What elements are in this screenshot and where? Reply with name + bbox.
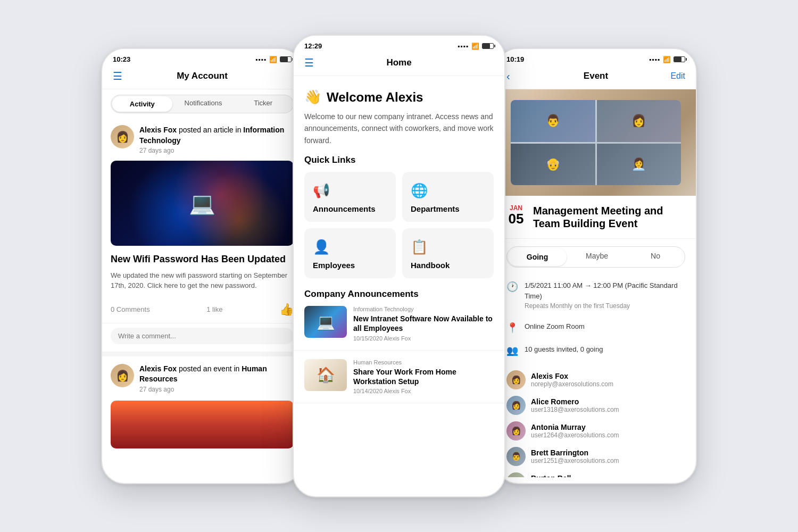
announcement-1[interactable]: 💻 Information Technology New Intranet So… [294, 306, 504, 350]
comment-input[interactable] [111, 328, 294, 344]
announcement-meta-1: 10/15/2020 Alexis Fox [353, 335, 494, 342]
event-datetime-text: 1/5/2021 11:00 AM → 12:00 PM (Pacific St… [525, 280, 685, 301]
article-image-inner: 💻 [111, 161, 294, 246]
activity-main-1: Alexis Fox posted an article in Informat… [139, 125, 294, 146]
right-wifi-icon: 📶 [663, 56, 671, 63]
left-scroll: ☰ My Account Activity Notifications Tick… [102, 66, 302, 477]
guest-email-3: user1251@axerosolutions.com [531, 457, 619, 464]
guest-avatar-1: 👩 [506, 396, 526, 415]
center-status-bar: 12:29 ▪▪▪▪ 📶 [294, 36, 504, 53]
post-body: We updated the new wifi password startin… [111, 270, 294, 291]
welcome-section: 👋 Welcome Alexis Welcome to our new comp… [294, 76, 504, 155]
post-content: New Wifi Password Has Been Updated We up… [102, 246, 302, 298]
center-menu-icon[interactable]: ☰ [304, 56, 314, 69]
event-guests-summary-row: 👥 10 guests invited, 0 going [496, 339, 696, 362]
employees-icon: 👤 [313, 239, 330, 255]
tab-ticker[interactable]: Ticker [233, 95, 293, 113]
announcements-icon: 📢 [313, 182, 330, 199]
event-info: JAN 05 Management Meeting and Team Build… [496, 196, 696, 239]
phones-container: 10:23 ▪▪▪▪ 📶 ☰ My Account Activity Notif… [90, 35, 708, 497]
guests-section: 👩 Alexis Fox noreply@axerosolutions.com … [496, 362, 696, 477]
tab-activity[interactable]: Activity [112, 96, 172, 112]
event-recurrence: Repeats Monthly on the first Tuesday [525, 301, 685, 311]
announcement-thumb-icon-1: 💻 [317, 313, 335, 331]
right-status-bar: 10:19 ▪▪▪▪ 📶 [496, 49, 696, 66]
meeting-tile-3: 👴 [511, 144, 595, 186]
activity-main-2: Alexis Fox posted an event in Human Reso… [139, 364, 294, 385]
quick-link-departments[interactable]: 🌐 Departments [402, 172, 494, 222]
activity-item-1: 👩 Alexis Fox posted an article in Inform… [102, 119, 302, 161]
guest-name-3: Brett Barrington [531, 448, 619, 457]
guests-icon: 👥 [506, 345, 518, 356]
left-status-bar: 10:23 ▪▪▪▪ 📶 [102, 49, 302, 66]
activity-time-2: 27 days ago [139, 386, 294, 393]
avatar-img-2: 👩 [111, 364, 134, 387]
post-title: New Wifi Password Has Been Updated [111, 253, 294, 265]
center-signal-icon: ▪▪▪▪ [458, 43, 469, 50]
left-time: 10:23 [113, 55, 130, 63]
guest-email-0: noreply@axerosolutions.com [531, 380, 613, 388]
wave-emoji: 👋 [304, 89, 321, 105]
battery-icon [280, 56, 292, 62]
guest-info-0: Alexis Fox noreply@axerosolutions.com [531, 372, 613, 388]
announcement-thumb-2: 🏠 [304, 359, 347, 391]
right-signal-icon: ▪▪▪▪ [649, 56, 660, 63]
announcement-content-2: Human Resources Share Your Work From Hom… [353, 359, 494, 394]
signal-icon: ▪▪▪▪ [255, 56, 267, 63]
meeting-tile-4: 👩‍💼 [597, 144, 681, 186]
avatar-alexis-1: 👩 [111, 125, 134, 148]
guest-name-2: Antonia Murray [531, 423, 619, 431]
announcement-meta-2: 10/14/2020 Alexis Fox [353, 388, 494, 394]
announcement-title-1: New Intranet Software Now Available to a… [353, 314, 494, 333]
rsvp-going[interactable]: Going [508, 248, 567, 266]
meeting-grid: 👨 👩 👴 👩‍💼 [511, 100, 681, 185]
avatar-alexis-2: 👩 [111, 364, 134, 387]
event-datetime: 1/5/2021 11:00 AM → 12:00 PM (Pacific St… [525, 280, 685, 311]
quick-link-announcements[interactable]: 📢 Announcements [304, 172, 396, 222]
announcement-content-1: Information Technology New Intranet Soft… [353, 306, 494, 341]
guest-row-4: 👨 Burton Bell user1295@axerosolutions.co… [506, 469, 685, 477]
quick-link-employees[interactable]: 👤 Employees [304, 228, 396, 278]
right-scroll: ‹ Event Edit 👨 👩 👴 👩‍💼 JAN [496, 66, 696, 477]
post-footer: 0 Comments 1 like 👍 [102, 298, 302, 323]
event-title: Management Meeting and Team Building Eve… [533, 204, 685, 230]
rsvp-no[interactable]: No [626, 247, 685, 267]
guest-info-4: Burton Bell user1295@axerosolutions.com [531, 474, 619, 477]
tab-notifications[interactable]: Notifications [173, 95, 234, 113]
menu-icon[interactable]: ☰ [113, 70, 122, 82]
quick-link-handbook[interactable]: 📋 Handbook [402, 228, 494, 278]
event-location: Online Zoom Room [525, 321, 585, 332]
right-time: 10:19 [506, 55, 524, 63]
phone-center: 12:29 ▪▪▪▪ 📶 ☰ Home 👋 Welcome Alexis Wel… [293, 35, 505, 497]
right-status-icons: ▪▪▪▪ 📶 [649, 56, 685, 63]
handbook-icon: 📋 [411, 239, 428, 255]
center-battery-icon [482, 43, 494, 49]
guest-info-3: Brett Barrington user1251@axerosolutions… [531, 448, 619, 464]
like-button[interactable]: 👍 [279, 303, 294, 317]
edit-button[interactable]: Edit [670, 71, 685, 81]
tab-bar: Activity Notifications Ticker [111, 95, 294, 113]
post-likes: 1 like [206, 305, 222, 313]
wifi-icon: 📶 [269, 56, 277, 63]
activity-item-2: 👩 Alexis Fox posted an event in Human Re… [102, 356, 302, 401]
center-scroll: ☰ Home 👋 Welcome Alexis Welcome to our n… [294, 53, 504, 491]
event-hero-inner: 👨 👩 👴 👩‍💼 [496, 89, 696, 196]
announcement-2[interactable]: 🏠 Human Resources Share Your Work From H… [294, 359, 504, 403]
event-day: 05 [506, 212, 526, 226]
welcome-body: Welcome to our new company intranet. Acc… [304, 111, 494, 146]
guest-avatar-2: 👩 [506, 421, 526, 440]
announcement-thumb-1: 💻 [304, 306, 347, 338]
welcome-text: Welcome Alexis [327, 90, 423, 105]
guest-row-2: 👩 Antonia Murray user1264@axerosolutions… [506, 418, 685, 444]
guest-info-2: Antonia Murray user1264@axerosolutions.c… [531, 423, 619, 439]
welcome-title: 👋 Welcome Alexis [304, 89, 494, 105]
event-guests-summary: 10 guests invited, 0 going [525, 344, 603, 355]
avatar-img-1: 👩 [111, 125, 134, 148]
meeting-tile-2: 👩 [597, 100, 681, 142]
back-button[interactable]: ‹ [506, 70, 510, 82]
activity-text-1: Alexis Fox posted an article in Informat… [139, 125, 294, 154]
right-page-title: Event [584, 71, 608, 81]
location-icon: 📍 [506, 322, 518, 334]
center-time: 12:29 [304, 42, 322, 50]
rsvp-maybe[interactable]: Maybe [568, 247, 626, 267]
